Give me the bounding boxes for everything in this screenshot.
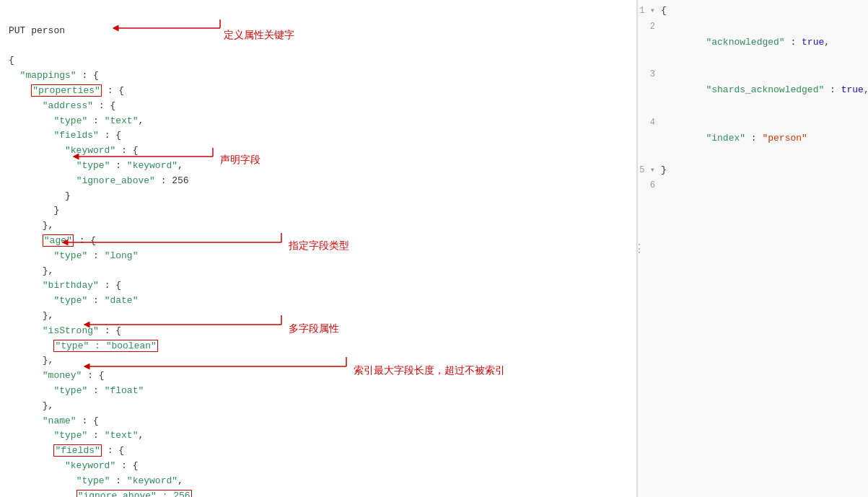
close-address: }, bbox=[9, 220, 53, 231]
name-line bbox=[9, 415, 43, 426]
right-line-4: 4 "index" : "person" bbox=[638, 115, 868, 162]
age-keyword: "age" bbox=[43, 234, 74, 247]
close-keyword-1: } bbox=[9, 190, 71, 201]
put-title: PUT person bbox=[9, 25, 65, 36]
name-type bbox=[9, 430, 53, 441]
age-type bbox=[9, 250, 53, 261]
resize-handle[interactable]: ⋮ bbox=[637, 242, 639, 256]
close-fields-1: } bbox=[9, 205, 59, 216]
type-boolean-keyword: "type" : "boolean" bbox=[53, 340, 157, 352]
age-line bbox=[9, 235, 43, 246]
right-code-panel: 1 ▾ { 2 "acknowledged" : true, 3 "shards… bbox=[637, 0, 868, 497]
right-line-6: 6 bbox=[638, 178, 868, 193]
line-content-1: { bbox=[661, 3, 868, 19]
right-line-1: 1 ▾ { bbox=[638, 3, 868, 19]
left-code-panel: PUT person { "mappings" : { "properties"… bbox=[0, 0, 637, 497]
keyword-block-2 bbox=[9, 460, 65, 471]
keyword-block-1 bbox=[9, 145, 65, 156]
birthday-type bbox=[9, 295, 53, 306]
line-content-5: } bbox=[661, 162, 868, 178]
money-line bbox=[9, 370, 43, 381]
right-code-content: 1 ▾ { 2 "acknowledged" : true, 3 "shards… bbox=[638, 0, 868, 195]
keyword-type-2 bbox=[9, 475, 76, 486]
fields-line-2 bbox=[9, 445, 53, 456]
ignore-above-2-line bbox=[9, 491, 76, 498]
right-line-2: 2 "acknowledged" : true, bbox=[638, 19, 868, 66]
line-number-2: 2 bbox=[638, 19, 661, 34]
close-age: }, bbox=[9, 265, 53, 276]
ignore-above-keyword: "ignore_above" : 256 bbox=[76, 490, 192, 498]
close-birthday: }, bbox=[9, 310, 53, 321]
fields-line-1 bbox=[9, 130, 53, 141]
isstrong-type bbox=[9, 340, 53, 351]
right-line-5: 5 ▾ } bbox=[638, 162, 868, 178]
mappings-line bbox=[9, 70, 20, 81]
fields-keyword: "fields" bbox=[53, 444, 101, 457]
code-content: PUT person { "mappings" : { "properties"… bbox=[0, 6, 636, 497]
line-content-2: "acknowledged" : true, bbox=[661, 19, 868, 66]
right-line-3: 3 "shards_acknowledged" : true, bbox=[638, 66, 868, 114]
address-line bbox=[9, 100, 43, 111]
keyword-type-1 bbox=[9, 160, 76, 171]
open-brace: { bbox=[9, 55, 14, 66]
line-number-4: 4 bbox=[638, 115, 661, 130]
line-number-5: 5 ▾ bbox=[638, 163, 661, 177]
properties-keyword: "properties" bbox=[31, 84, 102, 97]
properties-line bbox=[9, 85, 31, 96]
line-number-1: 1 ▾ bbox=[638, 4, 661, 18]
birthday-line bbox=[9, 280, 43, 291]
line-content-3: "shards_acknowledged" : true, bbox=[661, 66, 868, 114]
address-type-line bbox=[9, 115, 53, 126]
isstrong-line bbox=[9, 325, 43, 336]
close-isstrong: }, bbox=[9, 355, 53, 366]
ignore-above-1 bbox=[9, 175, 76, 186]
money-type bbox=[9, 385, 53, 396]
line-number-6: 6 bbox=[638, 178, 661, 193]
line-number-3: 3 bbox=[638, 67, 661, 82]
close-money: }, bbox=[9, 400, 53, 411]
line-content-4: "index" : "person" bbox=[661, 115, 868, 162]
